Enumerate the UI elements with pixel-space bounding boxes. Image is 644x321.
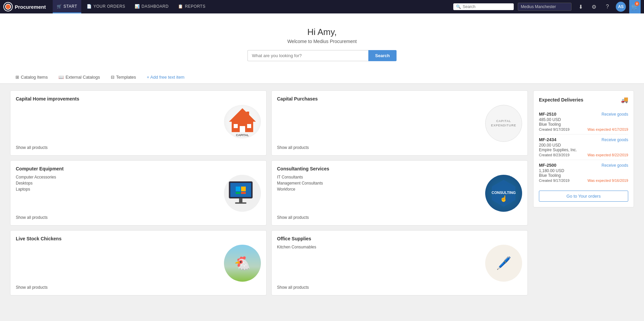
delivery-item-mf2510: MF-2510 Receive goods 485.00 USD Blue To… xyxy=(539,109,628,134)
delivery-row1-mf2434: MF-2434 Receive goods xyxy=(539,137,628,142)
list-item-management[interactable]: Management Consultants xyxy=(277,181,482,186)
svg-rect-13 xyxy=(241,192,246,194)
tab-external-catalogs[interactable]: 📖 External Catalogs xyxy=(53,71,105,84)
delivery-meta-mf2500: Created 9/17/2019 Was expected 9/16/2019 xyxy=(539,178,628,183)
card-list-office-supplies: Kitchen Consumables xyxy=(277,245,482,282)
svg-rect-15 xyxy=(235,202,246,204)
receive-goods-mf2500[interactable]: Receive goods xyxy=(602,163,628,168)
receive-goods-mf2510[interactable]: Receive goods xyxy=(602,112,628,117)
hero-subtitle: Welcome to Medius Procurement xyxy=(7,39,637,44)
svg-rect-12 xyxy=(236,192,240,194)
hero-search-bar: Search xyxy=(7,50,637,61)
delivery-row1-mf2500: MF-2500 Receive goods xyxy=(539,163,628,168)
delivery-amount-mf2510: 485.00 USD xyxy=(539,117,628,122)
topnav-actions: ⬇ ⚙ ? AS 🛒 0 xyxy=(576,0,641,13)
svg-text:CAPITAL: CAPITAL xyxy=(236,133,249,137)
hero-search-button[interactable]: Search xyxy=(368,50,396,61)
delivery-supplier-mf2500: Blue Tooling xyxy=(539,173,628,178)
card-body-computer-equipment: Computer Accessories Desktops Laptops xyxy=(16,175,261,212)
template-icon: ⊟ xyxy=(111,75,114,80)
svg-rect-11 xyxy=(241,187,246,191)
nav-dashboard[interactable]: 📊 DASHBOARD xyxy=(131,0,173,13)
list-item-accessories[interactable]: Computer Accessories xyxy=(16,175,221,179)
nav-reports-label: REPORTS xyxy=(185,4,205,9)
add-free-text-tab[interactable]: + Add free text item xyxy=(141,71,190,84)
delivery-id-mf2500: MF-2500 xyxy=(539,163,556,168)
delivery-amount-mf2434: 200.00 USD xyxy=(539,143,628,148)
card-image-office-supplies: 🖊️ xyxy=(485,245,522,282)
tab-catalog-items-label: Catalog Items xyxy=(21,75,48,80)
list-item-workforce[interactable]: Workforce xyxy=(277,187,482,192)
receive-goods-mf2434[interactable]: Receive goods xyxy=(602,137,628,142)
app-logo[interactable]: Procurement xyxy=(3,2,48,11)
list-item-it-consultants[interactable]: IT Consultants xyxy=(277,175,482,179)
delivery-item-mf2500: MF-2500 Receive goods 1,180.00 USD Blue … xyxy=(539,160,628,185)
list-item-kitchen[interactable]: Kitchen Consumables xyxy=(277,245,482,249)
tab-external-catalogs-label: External Catalogs xyxy=(65,75,100,80)
card-title-consulting: Consultanting Services xyxy=(277,166,522,171)
card-title-office-supplies: Office Supplies xyxy=(277,236,522,241)
card-list-consulting: IT Consultants Management Consultants Wo… xyxy=(277,175,482,212)
reports-icon: 📋 xyxy=(178,4,183,9)
settings-button[interactable]: ⚙ xyxy=(589,2,599,12)
grid-icon: ⊞ xyxy=(15,75,19,80)
tab-templates[interactable]: ⊟ Templates xyxy=(105,71,141,84)
download-button[interactable]: ⬇ xyxy=(576,2,586,12)
help-button[interactable]: ? xyxy=(602,2,612,12)
catalog-grid: Capital Home improvements xyxy=(10,90,528,295)
global-search-box[interactable]: 🔍 xyxy=(453,3,514,10)
cart-icon: 🛒 xyxy=(57,4,62,9)
truck-icon: 🚚 xyxy=(621,96,628,104)
nav-dashboard-label: DASHBOARD xyxy=(142,4,169,9)
show-all-capital-home[interactable]: Show all products xyxy=(16,145,261,150)
card-body-consulting: IT Consultants Management Consultants Wo… xyxy=(277,175,522,212)
nav-your-orders[interactable]: 📄 YOUR ORDERS xyxy=(83,0,129,13)
show-all-office-supplies[interactable]: Show all products xyxy=(277,285,522,290)
card-body-capital-home: CAPITAL HOME IMPROVEMENTS xyxy=(16,105,261,142)
show-all-capital-purchases[interactable]: Show all products xyxy=(277,145,522,150)
catalog-card-computer-equipment: Computer Equipment Computer Accessories … xyxy=(10,160,267,226)
logo-icon xyxy=(3,2,13,11)
goto-orders-button[interactable]: Go to Your orders xyxy=(539,191,628,202)
delivery-item-mf2434: MF-2434 Receive goods 200.00 USD Empire … xyxy=(539,134,628,160)
delivery-created-mf2510: Created 9/17/2019 xyxy=(539,127,569,131)
list-item-laptops[interactable]: Laptops xyxy=(16,187,221,192)
list-item-desktops[interactable]: Desktops xyxy=(16,181,221,186)
hero-search-input[interactable] xyxy=(247,50,368,61)
show-all-livestock[interactable]: Show all products xyxy=(16,285,261,290)
company-selector[interactable]: Medius Manchester xyxy=(518,3,571,11)
card-list-computer-equipment: Computer Accessories Desktops Laptops xyxy=(16,175,221,212)
show-all-consulting[interactable]: Show all products xyxy=(277,215,522,220)
show-all-computer-equipment[interactable]: Show all products xyxy=(16,215,261,220)
card-list-capital-home xyxy=(16,105,221,142)
card-body-capital-purchases: CAPITALEXPENDITURE xyxy=(277,105,522,142)
deliveries-title: Expected Deliveries xyxy=(539,97,583,103)
global-search-input[interactable] xyxy=(463,4,511,9)
catalog-card-capital-home: Capital Home improvements xyxy=(10,90,267,156)
delivery-expected-mf2510: Was expected 4/17/2019 xyxy=(588,127,628,131)
topnav: Procurement 🛒 START 📄 YOUR ORDERS 📊 DASH… xyxy=(0,0,644,13)
delivery-expected-mf2500: Was expected 9/16/2019 xyxy=(588,178,628,183)
tab-catalog-items[interactable]: ⊞ Catalog Items xyxy=(10,71,53,84)
list-icon: 📄 xyxy=(87,4,92,9)
catalog-card-office-supplies: Office Supplies Kitchen Consumables 🖊️ S… xyxy=(271,230,528,295)
book-icon: 📖 xyxy=(58,75,64,80)
main-content: Hi Amy, Welcome to Medius Procurement Se… xyxy=(0,13,644,321)
delivery-expected-mf2434: Was expected 8/22/2019 xyxy=(588,153,628,157)
expected-deliveries-panel: Expected Deliveries 🚚 MF-2510 Receive go… xyxy=(533,90,634,207)
nav-start[interactable]: 🛒 START xyxy=(53,0,81,13)
svg-rect-10 xyxy=(236,187,240,191)
delivery-row1-mf2510: MF-2510 Receive goods xyxy=(539,112,628,117)
cart-count-badge: 0 xyxy=(635,1,639,6)
svg-rect-4 xyxy=(234,124,238,128)
delivery-amount-mf2500: 1,180.00 USD xyxy=(539,168,628,173)
delivery-id-mf2434: MF-2434 xyxy=(539,137,556,142)
cart-button[interactable]: 🛒 0 xyxy=(629,0,641,13)
catalog-tabs-bar: ⊞ Catalog Items 📖 External Catalogs ⊟ Te… xyxy=(0,71,644,84)
user-avatar[interactable]: AS xyxy=(616,2,626,12)
delivery-created-mf2500: Created 9/17/2019 xyxy=(539,178,569,183)
nav-reports[interactable]: 📋 REPORTS xyxy=(174,0,210,13)
delivery-id-mf2510: MF-2510 xyxy=(539,112,556,117)
app-name: Procurement xyxy=(15,4,46,10)
card-body-livestock: 🐔 xyxy=(16,245,261,282)
